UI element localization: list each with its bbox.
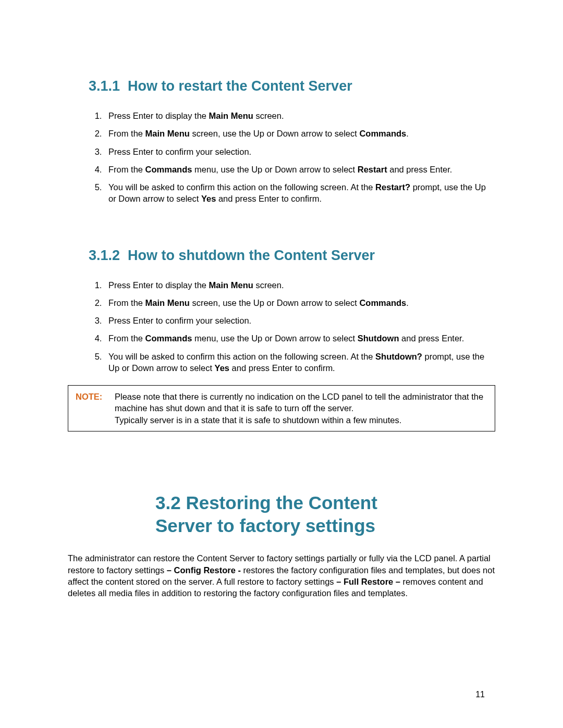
- step-item: From the Commands menu, use the Up or Do…: [104, 332, 495, 344]
- step-item: Press Enter to confirm your selection.: [104, 146, 495, 157]
- step-bold: Main Menu: [145, 129, 190, 138]
- step-text: From the: [108, 165, 145, 174]
- note-box: NOTE: Please note that there is currentl…: [68, 385, 495, 431]
- step-text: screen, use the Up or Down arrow to sele…: [190, 298, 360, 307]
- step-text: and press Enter.: [387, 165, 452, 174]
- step-text: menu, use the Up or Down arrow to select: [192, 334, 357, 343]
- step-bold: Commands: [359, 129, 406, 138]
- section-number: 3.1.2: [89, 248, 120, 263]
- step-text: Press Enter to display the: [108, 280, 209, 290]
- step-text: From the: [108, 129, 145, 138]
- page-number: 11: [475, 690, 485, 699]
- step-item: From the Main Menu screen, use the Up or…: [104, 297, 495, 309]
- step-text: .: [406, 129, 409, 138]
- section-title: Restoring the Content Server to factory …: [155, 492, 377, 536]
- step-text: From the: [108, 334, 145, 343]
- step-text: From the: [108, 298, 145, 307]
- step-bold: Yes: [215, 363, 229, 373]
- step-text: Press Enter to confirm your selection.: [108, 147, 251, 156]
- heading-3.2: 3.2 Restoring the Content Server to fact…: [68, 491, 495, 537]
- step-text: and press Enter.: [399, 334, 464, 343]
- para-bold-config-restore: – Config Restore -: [167, 565, 241, 575]
- section-title: How to restart the Content Server: [128, 78, 352, 94]
- section-number: 3.2: [155, 492, 181, 513]
- heading-3.1.2: 3.1.2 How to shutdown the Content Server: [89, 248, 495, 264]
- step-bold: Commands: [145, 165, 192, 174]
- step-text: .: [406, 298, 409, 307]
- step-bold: Yes: [201, 194, 216, 203]
- step-item: Press Enter to display the Main Menu scr…: [104, 110, 495, 121]
- section-number: 3.1.1: [89, 78, 120, 94]
- steps-list-312: Press Enter to display the Main Menu scr…: [89, 279, 495, 374]
- step-item: You will be asked to confirm this action…: [104, 351, 495, 374]
- step-bold: Commands: [359, 298, 406, 307]
- step-bold: Restart: [358, 165, 387, 174]
- step-bold: Shutdown: [358, 334, 399, 343]
- note-line-1: Please note that there is currently no i…: [115, 391, 487, 414]
- step-item: From the Main Menu screen, use the Up or…: [104, 128, 495, 139]
- step-text: screen, use the Up or Down arrow to sele…: [190, 129, 360, 138]
- steps-list-311: Press Enter to display the Main Menu scr…: [89, 110, 495, 205]
- step-text: Press Enter to display the: [108, 111, 209, 120]
- step-item: Press Enter to display the Main Menu scr…: [104, 279, 495, 291]
- step-text: menu, use the Up or Down arrow to select: [192, 165, 357, 174]
- step-bold: Commands: [145, 334, 192, 343]
- step-bold: Main Menu: [209, 111, 253, 120]
- step-item: From the Commands menu, use the Up or Do…: [104, 164, 495, 175]
- step-text: Press Enter to confirm your selection.: [108, 316, 251, 325]
- step-bold: Main Menu: [209, 280, 253, 290]
- step-bold: Restart?: [375, 182, 410, 192]
- heading-3.1.1: 3.1.1 How to restart the Content Server: [89, 78, 495, 94]
- step-text: screen.: [253, 280, 284, 290]
- note-label: NOTE:: [76, 391, 115, 426]
- section-3.2-paragraph: The administrator can restore the Conten…: [68, 552, 495, 599]
- step-item: Press Enter to confirm your selection.: [104, 315, 495, 326]
- step-text: screen.: [253, 111, 284, 120]
- step-item: You will be asked to confirm this action…: [104, 181, 495, 205]
- step-bold: Shutdown?: [375, 352, 422, 361]
- note-body: Please note that there is currently no i…: [115, 391, 487, 426]
- document-page: 3.1.1 How to restart the Content Server …: [0, 0, 563, 728]
- para-bold-full-restore: – Full Restore –: [336, 577, 400, 586]
- section-title: How to shutdown the Content Server: [128, 248, 375, 263]
- step-text: and press Enter to confirm.: [229, 363, 335, 373]
- step-bold: Main Menu: [145, 298, 190, 307]
- step-text: You will be asked to confirm this action…: [108, 352, 375, 361]
- step-text: You will be asked to confirm this action…: [108, 182, 375, 192]
- step-text: and press Enter to confirm.: [216, 194, 322, 203]
- note-line-2: Typically server is in a state that it i…: [115, 414, 487, 426]
